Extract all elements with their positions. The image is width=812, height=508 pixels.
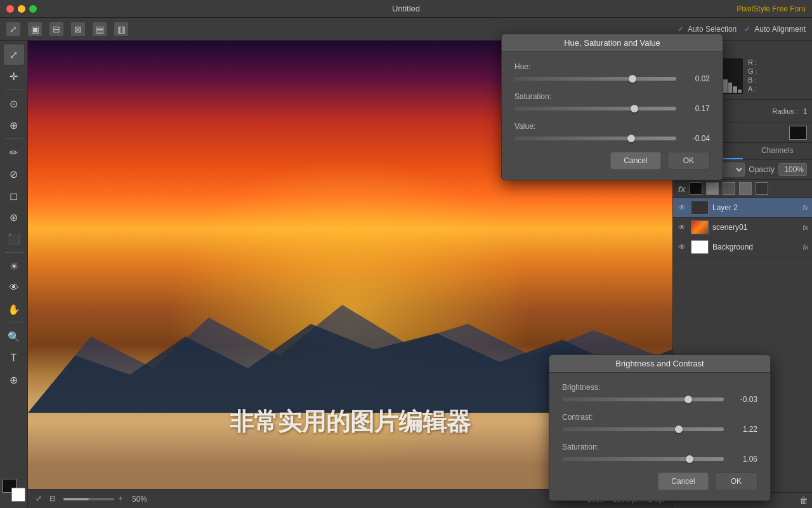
arrange-icon-4: ▤ bbox=[93, 22, 107, 36]
zoom-slider[interactable] bbox=[63, 498, 114, 500]
tool-separator-1 bbox=[5, 90, 23, 90]
layer-item-background[interactable]: 👁 Background fx bbox=[673, 237, 812, 257]
tool-arrange1[interactable]: ▣ bbox=[28, 22, 42, 36]
layer-fx-badge-scenery01: fx bbox=[802, 224, 808, 231]
value-slider-track[interactable] bbox=[514, 137, 676, 140]
contrast-slider-track[interactable] bbox=[562, 427, 724, 431]
bc-saturation-slider-track[interactable] bbox=[562, 457, 724, 461]
window-controls[interactable] bbox=[6, 5, 37, 13]
auto-selection-toggle[interactable]: ✓ Auto Selection bbox=[678, 25, 737, 34]
contrast-value: 1.22 bbox=[729, 425, 757, 434]
hue-value: 0.02 bbox=[681, 74, 710, 83]
saturation-label: Saturation: bbox=[514, 92, 710, 101]
opacity-value[interactable]: 100% bbox=[778, 163, 807, 176]
hbar-11 bbox=[728, 83, 732, 93]
brightness-slider-thumb[interactable] bbox=[684, 396, 692, 403]
fit-icon[interactable]: ⊟ bbox=[49, 494, 60, 504]
tool-brush[interactable]: ✏ bbox=[4, 142, 24, 163]
histogram-a-row: A : bbox=[748, 85, 757, 93]
bc-ok-button[interactable]: OK bbox=[715, 472, 757, 490]
layer-item-layer2[interactable]: 👁 Layer 2 fx bbox=[673, 198, 812, 218]
tool-fill[interactable]: ⬛ bbox=[4, 229, 24, 249]
tool-zoom[interactable]: ⊕ bbox=[4, 370, 24, 390]
bc-cancel-button[interactable]: Cancel bbox=[658, 472, 708, 490]
hue-slider-thumb[interactable] bbox=[629, 75, 636, 83]
tool-heal[interactable]: ⊘ bbox=[4, 164, 24, 184]
window-title: Untitled bbox=[392, 4, 420, 13]
contrast-slider-thumb[interactable] bbox=[675, 425, 683, 433]
bc-saturation-value: 1.06 bbox=[729, 455, 757, 464]
histogram-b-row: B : bbox=[748, 76, 757, 84]
color-swatch[interactable] bbox=[789, 126, 807, 140]
saturation-slider-track[interactable] bbox=[514, 107, 676, 110]
tool-crop[interactable]: ⊕ bbox=[4, 115, 24, 135]
tool-eraser[interactable]: ◻ bbox=[4, 185, 24, 206]
layer-eye-scenery01[interactable]: 👁 bbox=[677, 222, 687, 232]
tool-arrange4[interactable]: ▤ bbox=[93, 22, 107, 36]
maximize-button[interactable] bbox=[29, 5, 37, 13]
auto-alignment-check: ✓ bbox=[744, 25, 750, 34]
bc-saturation-slider-thumb[interactable] bbox=[686, 455, 693, 463]
hbar-10 bbox=[723, 79, 727, 93]
value-slider-thumb[interactable] bbox=[627, 135, 635, 142]
layer-fx-badge-bg: fx bbox=[802, 243, 808, 251]
tool-move[interactable]: ✛ bbox=[4, 66, 24, 86]
tool-lasso[interactable]: ⊙ bbox=[4, 93, 24, 114]
zoom-plus-icon[interactable]: + bbox=[118, 494, 128, 504]
layer-thumb-layer2 bbox=[691, 201, 709, 215]
zoom-controls[interactable]: ⤢ ⊟ + 50% bbox=[36, 494, 147, 504]
bc-saturation-label: Saturation: bbox=[562, 443, 757, 451]
tool-adjust[interactable]: ☀ bbox=[4, 256, 24, 276]
dialog-brightness-contrast[interactable]: Brightness and Contrast Brightness: -0.0… bbox=[549, 354, 771, 501]
tool-arrange2[interactable]: ⊟ bbox=[49, 22, 63, 36]
minimize-button[interactable] bbox=[18, 5, 25, 13]
brightness-slider-track[interactable] bbox=[562, 398, 724, 401]
auto-selection-check: ✓ bbox=[678, 25, 684, 34]
fx-button[interactable]: fx bbox=[678, 184, 686, 194]
background-color[interactable] bbox=[11, 488, 25, 502]
fx-box-black[interactable] bbox=[690, 182, 702, 195]
layer-eye-background[interactable]: 👁 bbox=[677, 242, 687, 252]
contrast-slider-row: 1.22 bbox=[562, 425, 757, 434]
tab-channels[interactable]: Channels bbox=[743, 143, 813, 159]
b-label: B : bbox=[748, 76, 756, 84]
tool-select[interactable]: ⤢ bbox=[4, 44, 24, 65]
value-row: Value: -0.04 bbox=[514, 122, 710, 143]
brightness-value: -0.03 bbox=[729, 395, 757, 404]
tool-separator-4 bbox=[5, 323, 23, 323]
hsv-cancel-button[interactable]: Cancel bbox=[610, 152, 660, 170]
histogram-r-row: R : bbox=[748, 58, 757, 66]
fx-box-gray3[interactable] bbox=[739, 182, 752, 195]
auto-alignment-label: Auto Alignment bbox=[754, 25, 806, 34]
hue-slider-track[interactable] bbox=[514, 77, 676, 81]
canvas-text-overlay: 非常实用的图片编辑器 bbox=[230, 406, 471, 438]
tool-hand[interactable]: ✋ bbox=[4, 299, 24, 319]
hsv-ok-button[interactable]: OK bbox=[667, 152, 710, 170]
layer-thumb-scenery01 bbox=[691, 220, 709, 234]
frame-icon[interactable]: ⤢ bbox=[36, 494, 46, 504]
auto-alignment-toggle[interactable]: ✓ Auto Alignment bbox=[744, 25, 806, 34]
fx-box-gray1[interactable] bbox=[706, 182, 719, 195]
saturation-slider-thumb[interactable] bbox=[631, 105, 638, 112]
radius-label: Radius : bbox=[773, 107, 798, 115]
color-boxes[interactable] bbox=[3, 479, 25, 502]
dialog-hsv[interactable]: Hue, Saturation and Value Hue: 0.02 Satu… bbox=[501, 34, 723, 180]
tool-eye[interactable]: 👁 bbox=[4, 277, 24, 298]
fx-box-dark[interactable] bbox=[756, 182, 768, 195]
auto-selection-label: Auto Selection bbox=[688, 25, 737, 34]
tool-arrange3[interactable]: ⊠ bbox=[71, 22, 85, 36]
app-link[interactable]: PixelStyle Free Foru bbox=[737, 4, 806, 13]
layer-eye-layer2[interactable]: 👁 bbox=[677, 203, 687, 213]
hue-row: Hue: 0.02 bbox=[514, 62, 710, 83]
tool-text[interactable]: T bbox=[4, 348, 24, 368]
layer-item-scenery01[interactable]: 👁 scenery01 fx bbox=[673, 218, 812, 237]
tool-transform[interactable]: ⤢ bbox=[6, 22, 20, 36]
zoom-value: 50% bbox=[132, 495, 147, 504]
tool-clone[interactable]: ⊛ bbox=[4, 207, 24, 227]
close-button[interactable] bbox=[6, 5, 14, 13]
delete-layer-button[interactable]: 🗑 bbox=[799, 495, 808, 505]
fx-box-gray2[interactable] bbox=[723, 182, 735, 195]
tool-search[interactable]: 🔍 bbox=[4, 326, 24, 347]
tool-arrange5[interactable]: ▥ bbox=[114, 22, 128, 36]
contrast-label: Contrast: bbox=[562, 413, 757, 422]
